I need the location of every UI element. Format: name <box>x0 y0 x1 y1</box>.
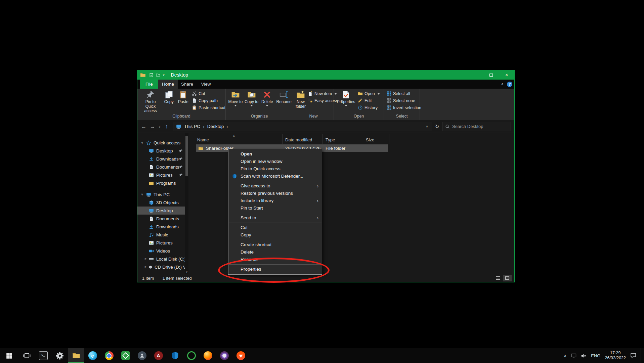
context-menu-pin-to-quick-access[interactable]: Pin to Quick access <box>228 165 322 173</box>
taskbar-remote-app[interactable]: A <box>150 348 167 363</box>
context-menu-open-in-new-window[interactable]: Open in new window <box>228 158 322 165</box>
tab-file[interactable]: File <box>140 80 158 89</box>
details-view-button[interactable] <box>493 275 502 281</box>
display-tray-icon[interactable] <box>571 353 576 359</box>
taskbar-defender[interactable] <box>167 348 183 363</box>
action-center-icon[interactable] <box>630 353 636 359</box>
language-indicator[interactable]: ENG <box>591 353 600 358</box>
taskbar-terminal[interactable]: >_ <box>35 348 51 363</box>
context-menu-scan-with-defender[interactable]: Scan with Microsoft Defender... <box>228 173 322 180</box>
history-button[interactable]: History <box>358 104 380 111</box>
sidebar-item-videos[interactable]: Videos <box>137 247 188 255</box>
cut-button[interactable]: Cut <box>192 90 225 97</box>
copy-button[interactable]: Copy <box>162 90 176 105</box>
breadcrumb-this-pc[interactable]: This PC <box>181 124 203 129</box>
tree-expand-icon[interactable]: ∨ <box>144 257 147 261</box>
taskbar-tor[interactable] <box>216 348 232 363</box>
sidebar-item-vmshared[interactable]: ∨ vmShared (\\VB <box>137 271 188 274</box>
scrollbar-thumb[interactable] <box>185 136 188 176</box>
context-menu-send-to[interactable]: Send to › <box>228 214 322 222</box>
context-menu-restore-previous-versions[interactable]: Restore previous versions <box>228 190 322 197</box>
sidebar-item-downloads-qa[interactable]: Downloads <box>137 155 188 163</box>
address-box[interactable]: This PC › Desktop › ∨ <box>173 122 432 131</box>
qat-customize-arrow-icon[interactable]: ∨ <box>163 73 165 77</box>
refresh-button[interactable]: ↻ <box>432 122 442 131</box>
tree-expand-icon[interactable]: ∨ <box>144 265 147 269</box>
titlebar[interactable]: ∨ Desktop × <box>137 70 514 80</box>
sidebar-item-documents[interactable]: Documents <box>137 215 188 223</box>
context-menu-create-shortcut[interactable]: Create shortcut <box>228 241 322 248</box>
paste-button[interactable]: Paste <box>176 90 191 105</box>
delete-button[interactable]: Delete <box>260 90 275 108</box>
back-button[interactable]: ← <box>139 122 148 131</box>
taskbar-firefox[interactable] <box>200 348 216 363</box>
paste-shortcut-button[interactable]: Paste shortcut <box>192 104 225 111</box>
taskbar-settings[interactable] <box>51 348 68 363</box>
context-menu-give-access-to[interactable]: Give access to › <box>228 182 322 190</box>
context-menu-pin-to-start[interactable]: Pin to Start <box>228 205 322 212</box>
sidebar-item-desktop-qa[interactable]: Desktop <box>137 147 188 155</box>
qat-properties-icon[interactable] <box>149 73 154 77</box>
sidebar-item-downloads[interactable]: Downloads <box>137 223 188 231</box>
sidebar-item-this-pc[interactable]: ∨ This PC <box>137 190 188 198</box>
context-menu-cut[interactable]: Cut <box>228 224 322 231</box>
taskbar-virtualbox[interactable] <box>117 348 134 363</box>
search-box[interactable] <box>442 122 511 131</box>
select-all-button[interactable]: Select all <box>386 90 421 97</box>
up-button[interactable]: ↑ <box>162 122 171 131</box>
taskbar-chrome[interactable] <box>101 348 117 363</box>
sidebar-item-music[interactable]: Music <box>137 231 188 239</box>
close-button[interactable]: × <box>499 70 514 80</box>
copy-path-button[interactable]: Copy path <box>192 97 225 104</box>
edit-button[interactable]: Edit <box>358 97 380 104</box>
taskbar-green-app[interactable] <box>183 348 200 363</box>
copy-to-button[interactable]: Copy to <box>244 90 260 108</box>
scroll-down-icon[interactable]: ∨ <box>185 270 188 273</box>
taskbar-brave[interactable] <box>232 348 249 363</box>
breadcrumb-desktop[interactable]: Desktop <box>205 124 227 129</box>
thumbnail-view-button[interactable] <box>503 275 512 281</box>
taskbar-contacts[interactable] <box>134 348 150 363</box>
address-dropdown-icon[interactable]: ∨ <box>424 125 430 128</box>
tab-share[interactable]: Share <box>178 80 197 89</box>
help-button[interactable]: ? <box>507 82 512 87</box>
select-none-button[interactable]: Select none <box>386 97 421 104</box>
hidden-icons-chevron[interactable]: ∧ <box>564 354 566 358</box>
properties-button[interactable]: Properties <box>336 90 356 108</box>
minimize-button[interactable] <box>468 70 483 80</box>
sidebar-item-cd-drive[interactable]: ∨ CD Drive (D:) Vir <box>137 263 188 271</box>
column-header-name[interactable]: ∧ Name <box>188 134 283 144</box>
context-menu-include-in-library[interactable]: Include in library › <box>228 197 322 205</box>
column-header-type[interactable]: Type <box>323 134 363 144</box>
pin-to-quick-access-button[interactable]: Pin to Quick access <box>139 90 162 114</box>
sidebar-item-programs[interactable]: Programs <box>137 179 188 187</box>
move-to-button[interactable]: Move to <box>227 90 244 108</box>
column-header-date-modified[interactable]: Date modified <box>283 134 323 144</box>
new-folder-button[interactable]: New folder <box>295 90 306 109</box>
rename-button[interactable]: Rename <box>275 90 293 105</box>
taskbar-edge[interactable]: e <box>84 348 101 363</box>
sidebar-item-documents-qa[interactable]: Documents <box>137 163 188 171</box>
context-menu-copy[interactable]: Copy <box>228 231 322 239</box>
tab-home[interactable]: Home <box>158 80 178 89</box>
sidebar-scrollbar[interactable]: ∨ <box>185 133 188 274</box>
recent-locations-button[interactable]: ∨ <box>157 122 162 131</box>
sidebar-item-desktop[interactable]: Desktop <box>137 207 188 215</box>
sidebar-item-local-disk-c[interactable]: ∨ Local Disk (C:) <box>137 255 188 263</box>
tree-expand-icon[interactable]: ∨ <box>140 141 144 144</box>
maximize-button[interactable] <box>483 70 499 80</box>
collapse-ribbon-icon[interactable]: ∧ <box>501 82 504 86</box>
column-header-size[interactable]: Size <box>363 134 389 144</box>
tree-expand-icon[interactable]: ∨ <box>140 193 144 196</box>
context-menu-delete[interactable]: Delete <box>228 248 322 256</box>
breadcrumb-separator-icon[interactable]: › <box>226 124 228 129</box>
context-menu-open[interactable]: Open <box>228 150 322 158</box>
taskbar-file-explorer[interactable] <box>68 348 84 363</box>
search-input[interactable] <box>452 124 503 129</box>
task-view-button[interactable] <box>18 348 35 363</box>
sidebar-item-pictures[interactable]: Pictures <box>137 239 188 247</box>
volume-muted-icon[interactable] <box>581 353 587 359</box>
qat-new-folder-icon[interactable] <box>156 73 160 77</box>
invert-selection-button[interactable]: Invert selection <box>386 104 421 111</box>
clock[interactable]: 17:29 26/02/2022 <box>605 351 626 361</box>
